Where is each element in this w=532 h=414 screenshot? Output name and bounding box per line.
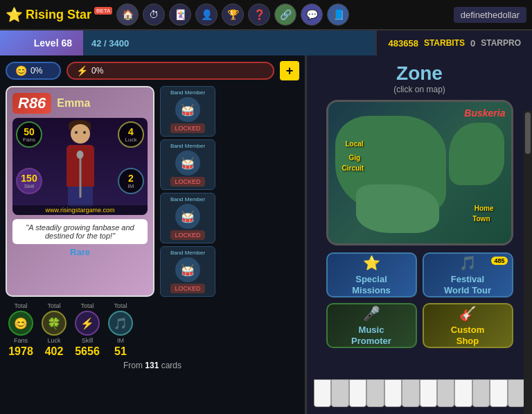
starbits-display: 483658 STARBITS 0 STARPRO <box>377 31 532 55</box>
discord-nav-icon[interactable]: 💬 <box>301 3 323 26</box>
card-id: R86 <box>12 93 51 114</box>
level-badge: Level 68 <box>0 31 83 55</box>
char-head <box>71 124 90 144</box>
mic-stand <box>79 156 81 198</box>
im-bubble-value: 2 <box>128 173 134 183</box>
card-header: R86 Emma <box>12 93 148 114</box>
trophy-nav-icon[interactable]: 🏆 <box>222 3 244 26</box>
band-label-4: Band Member <box>170 250 205 256</box>
map-buskeria-label: Buskeria <box>464 107 505 119</box>
piano-key-10 <box>472 379 490 407</box>
main-content: 😊 0% ⚡ 0% + R86 Emma 50 F <box>0 55 532 414</box>
total-fans: Total 😊 Fans 1978 <box>8 302 33 358</box>
total-im-icon: 🎵 <box>108 311 133 336</box>
band-locked-1: LOCKED <box>170 123 204 133</box>
level-text: Level 68 <box>34 37 72 49</box>
band-slot-3[interactable]: Band Member 🥁 LOCKED <box>160 193 215 243</box>
fans-stat-label: Fans <box>14 337 28 344</box>
festival-world-tour-button[interactable]: 485 🎵 FestivalWorld Tour <box>423 252 513 297</box>
right-scrollbar[interactable] <box>524 111 532 414</box>
special-missions-label: SpecialMissions <box>352 274 391 295</box>
logo-star-icon: ⭐ <box>6 6 23 23</box>
map-land-right <box>449 123 504 185</box>
map-land-bottom <box>356 184 439 233</box>
im-stat-bubble: 2 IM <box>118 168 144 194</box>
custom-shop-button[interactable]: 🎸 CustomShop <box>423 303 513 348</box>
band-members-panel: Band Member 🥁 LOCKED Band Member 🥁 LOCKE… <box>160 86 215 297</box>
top-navigation: ⭐ Rising Star BETA 🏠 ⏱ 🃏 👤 🏆 ❓ 🔗 💬 📘 def… <box>0 0 532 31</box>
band-locked-4: LOCKED <box>170 284 204 293</box>
profile-nav-icon[interactable]: 👤 <box>195 3 218 26</box>
zone-buttons-grid: ⭐ SpecialMissions 485 🎵 FestivalWorld To… <box>326 252 513 348</box>
total-skill-label: Total <box>80 302 94 309</box>
map-town-label: Town <box>472 215 490 223</box>
band-locked-2: LOCKED <box>170 177 204 187</box>
ego-stat: 😊 0% <box>6 62 61 80</box>
total-im-value: 51 <box>114 345 127 358</box>
map-background: Buskeria Local Gig Circuit Home Town <box>328 102 511 243</box>
custom-shop-icon: 🎸 <box>459 305 477 322</box>
band-label-1: Band Member <box>170 89 205 96</box>
stats-bar: 😊 0% ⚡ 0% + <box>6 61 299 80</box>
energy-value: 0% <box>91 66 103 76</box>
band-icon-4: 🥁 <box>175 257 200 282</box>
piano-key-12 <box>508 379 525 407</box>
im-stat-label: IM <box>117 337 124 344</box>
starbits-value: 483658 <box>388 38 418 49</box>
zone-subtitle: (click on map) <box>393 85 445 94</box>
starpro-label: STARPRO <box>481 38 521 48</box>
bottom-stats: Total 😊 Fans 1978 Total 🍀 Luck 402 Total… <box>6 302 299 358</box>
special-missions-button[interactable]: ⭐ SpecialMissions <box>326 252 417 297</box>
festival-icon: 🎵 <box>459 255 477 271</box>
starbits-label: STARBITS <box>424 38 465 48</box>
band-label-2: Band Member <box>170 143 205 149</box>
from-cards-text: From 131 cards <box>6 361 299 370</box>
skill-bubble-value: 150 <box>21 173 37 183</box>
total-luck-icon: 🍀 <box>42 311 66 336</box>
card-count: 131 <box>145 361 159 370</box>
help-nav-icon[interactable]: ❓ <box>248 3 270 26</box>
card-quote: "A steadily growing fanbase and destined… <box>12 219 148 244</box>
piano-keys <box>314 379 525 407</box>
luck-bubble-label: Luck <box>125 137 137 143</box>
mic-head <box>77 150 84 159</box>
total-skill: Total ⚡ Skill 5656 <box>75 302 100 358</box>
luck-stat-bubble: 4 Luck <box>118 121 144 148</box>
total-fans-label: Total <box>14 302 27 309</box>
link-nav-icon[interactable]: 🔗 <box>274 3 296 26</box>
band-icon-2: 🥁 <box>175 150 200 175</box>
piano-key-7 <box>420 379 437 407</box>
band-slot-1[interactable]: Band Member 🥁 LOCKED <box>160 86 215 137</box>
festival-badge: 485 <box>491 257 507 265</box>
cards-nav-icon[interactable]: 🃏 <box>169 3 191 26</box>
home-nav-icon[interactable]: 🏠 <box>116 3 139 26</box>
band-slot-2[interactable]: Band Member 🥁 LOCKED <box>160 139 215 190</box>
map-home-label: Home <box>475 205 494 212</box>
beta-badge: BETA <box>94 7 112 15</box>
total-luck: Total 🍀 Luck 402 <box>42 302 66 358</box>
zone-map[interactable]: Buskeria Local Gig Circuit Home Town <box>326 100 513 245</box>
fans-stat-bubble: 50 Fans <box>16 121 42 148</box>
character-card: R86 Emma 50 Fans 4 Luck <box>6 86 154 297</box>
add-stat-button[interactable]: + <box>280 61 299 80</box>
luck-stat-label: Luck <box>47 337 60 344</box>
band-icon-3: 🥁 <box>175 204 200 229</box>
left-panel: 😊 0% ⚡ 0% + R86 Emma 50 F <box>0 55 305 414</box>
logo: ⭐ Rising Star BETA <box>6 6 112 23</box>
promoter-icon: 🎤 <box>363 305 380 322</box>
total-fans-icon: 😊 <box>8 311 33 336</box>
fans-bubble-value: 50 <box>24 127 35 137</box>
total-im-label: Total <box>114 302 127 309</box>
level-bar: Level 68 42 / 3400 483658 STARBITS 0 STA… <box>0 31 532 55</box>
festival-label: FestivalWorld Tour <box>444 274 491 295</box>
music-promoter-button[interactable]: 🎤 MusicPromoter <box>326 303 417 348</box>
card-rarity: Rare <box>12 247 148 257</box>
band-slot-4[interactable]: Band Member 🥁 LOCKED <box>160 246 215 297</box>
piano-key-11 <box>490 379 507 407</box>
band-locked-3: LOCKED <box>170 230 204 240</box>
skill-stat-bubble: 150 Skill <box>16 168 42 194</box>
timer-nav-icon[interactable]: ⏱ <box>143 3 165 26</box>
piano-key-9 <box>454 379 472 407</box>
facebook-nav-icon[interactable]: 📘 <box>327 3 349 26</box>
map-gig-label: Gig <box>349 154 361 162</box>
